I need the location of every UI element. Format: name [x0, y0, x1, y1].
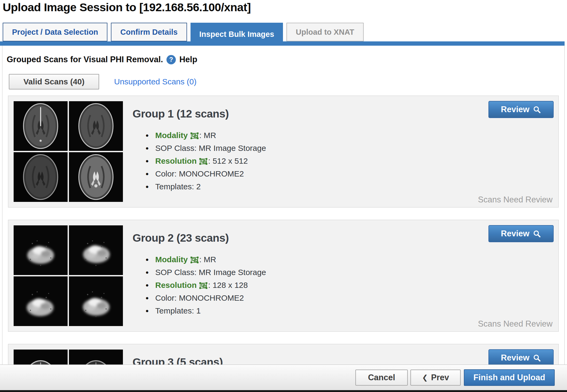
field-label: Resolution — [155, 156, 197, 165]
footer-action-bar: Cancel ❮ Prev Finish and Upload — [0, 364, 567, 390]
scan-thumbnail-grid — [14, 225, 123, 326]
status-text: Scans Need Review — [478, 319, 553, 329]
prev-button-label: Prev — [431, 373, 449, 382]
field-separator: : — [199, 255, 204, 264]
field-separator: : — [194, 144, 199, 152]
scan-thumbnail — [14, 101, 68, 151]
field-value: MONOCHROME2 — [179, 169, 244, 178]
scan-thumbnail — [69, 276, 123, 326]
status-text: Scans Need Review — [478, 195, 553, 205]
scan-thumbnail — [69, 152, 123, 202]
field-label: Color — [155, 293, 174, 302]
field-label: SOP Class — [155, 144, 194, 152]
scan-attribute-list: Modality: MRSOP Class: MR Image StorageR… — [145, 129, 266, 193]
scan-attribute: Resolution: 512 x 512 — [145, 155, 266, 167]
help-icon[interactable]: ? — [166, 55, 176, 64]
field-value: MR — [204, 255, 216, 264]
tab-project-data-selection[interactable]: Project / Data Selection — [3, 23, 107, 41]
field-label: Modality — [155, 255, 188, 264]
field-value: 128 x 128 — [213, 281, 248, 289]
review-button[interactable]: Review — [488, 225, 554, 242]
tab-confirm-details[interactable]: Confirm Details — [111, 23, 187, 41]
group-list: Group 1 (12 scans) Modality: MRSOP Class… — [8, 96, 559, 392]
scan-attribute: Resolution: 128 x 128 — [145, 279, 266, 292]
field-separator: : — [199, 131, 204, 140]
field-value: 512 x 512 — [213, 156, 248, 165]
field-value: 1 — [196, 306, 201, 315]
scan-thumbnail — [69, 225, 123, 275]
content-panel: Grouped Scans for Visual PHI Removal. ? … — [2, 46, 565, 392]
review-button[interactable]: Review — [488, 349, 554, 366]
scan-group-card: Group 2 (23 scans) Modality: MRSOP Class… — [8, 220, 559, 332]
field-value: 2 — [196, 182, 201, 191]
search-icon — [533, 105, 541, 114]
group-title: Group 1 (12 scans) — [133, 108, 229, 120]
field-separator: : — [208, 156, 213, 165]
search-icon — [533, 354, 541, 362]
field-label: Resolution — [155, 281, 197, 289]
field-value: MONOCHROME2 — [179, 293, 244, 302]
field-label: Templates — [155, 306, 192, 315]
scan-filter-row: Valid Scans (40) Unsupported Scans (0) — [9, 74, 564, 89]
object-group-icon — [191, 132, 199, 139]
field-label: Color — [155, 169, 174, 178]
scan-attribute: Templates: 2 — [145, 180, 266, 193]
review-button[interactable]: Review — [488, 101, 554, 118]
object-group-icon — [191, 257, 199, 263]
field-value: MR — [204, 131, 216, 140]
object-group-icon — [199, 158, 207, 165]
scan-attribute: SOP Class: MR Image Storage — [145, 266, 266, 279]
section-heading: Grouped Scans for Visual PHI Removal. — [7, 55, 163, 64]
field-separator: : — [192, 182, 196, 191]
field-separator: : — [174, 169, 179, 178]
scan-thumbnail — [14, 276, 68, 326]
tab-upload-to-xnat[interactable]: Upload to XNAT — [286, 23, 364, 41]
active-tab-underline-bar — [0, 41, 565, 46]
scan-attribute: Templates: 1 — [145, 304, 266, 317]
finish-upload-button[interactable]: Finish and Upload — [464, 369, 555, 386]
field-separator: : — [174, 293, 179, 302]
scan-attribute: Modality: MR — [145, 253, 266, 266]
search-icon — [533, 230, 541, 238]
scan-group-card: Group 1 (12 scans) Modality: MRSOP Class… — [8, 96, 559, 207]
review-button-label: Review — [501, 229, 530, 238]
field-separator: : — [192, 306, 196, 315]
scan-attribute-list: Modality: MRSOP Class: MR Image StorageR… — [145, 253, 266, 317]
cancel-button[interactable]: Cancel — [355, 370, 408, 386]
section-heading-row: Grouped Scans for Visual PHI Removal. ? … — [7, 55, 564, 64]
field-label: SOP Class — [155, 268, 194, 277]
chevron-left-icon: ❮ — [422, 374, 428, 381]
scan-thumbnail-grid — [14, 101, 123, 202]
scan-attribute: Modality: MR — [145, 129, 266, 142]
help-label: Help — [179, 55, 197, 64]
field-label: Modality — [155, 131, 188, 140]
review-button-label: Review — [501, 353, 530, 363]
scan-thumbnail — [69, 101, 123, 151]
review-button-label: Review — [501, 105, 530, 114]
prev-button[interactable]: ❮ Prev — [410, 370, 461, 386]
scan-attribute: SOP Class: MR Image Storage — [145, 142, 266, 155]
window-bottom-edge — [0, 390, 567, 392]
page-title: Upload Image Session to [192.168.56.100/… — [3, 0, 251, 15]
field-separator: : — [194, 268, 199, 277]
scan-thumbnail — [14, 152, 68, 202]
unsupported-scans-tab[interactable]: Unsupported Scans (0) — [114, 77, 197, 86]
field-label: Templates — [155, 182, 192, 191]
field-value: MR Image Storage — [199, 268, 266, 277]
scan-attribute: Color: MONOCHROME2 — [145, 292, 266, 304]
group-title: Group 2 (23 scans) — [133, 232, 229, 244]
scan-attribute: Color: MONOCHROME2 — [145, 167, 266, 180]
object-group-icon — [199, 282, 207, 289]
field-value: MR Image Storage — [199, 144, 266, 152]
field-separator: : — [208, 281, 213, 289]
valid-scans-tab[interactable]: Valid Scans (40) — [9, 74, 99, 89]
scan-thumbnail — [14, 225, 68, 275]
